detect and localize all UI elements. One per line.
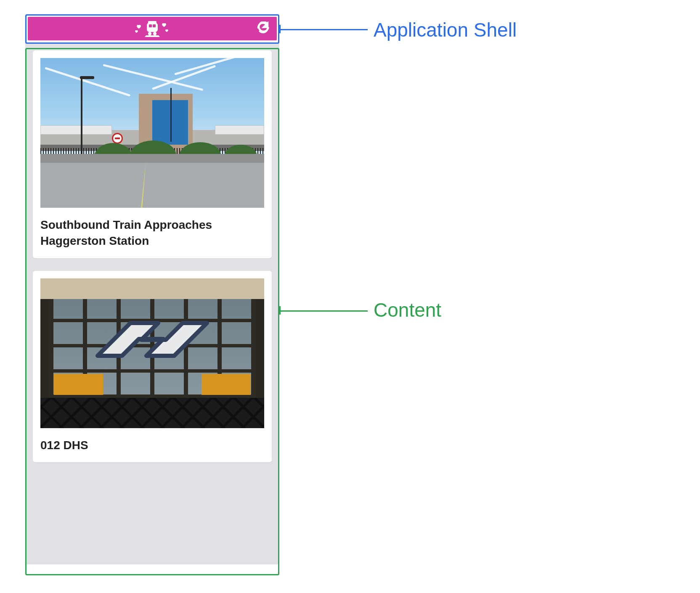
content-area: Southbound Train Approaches Haggerston S… [25,43,279,564]
svg-rect-0 [147,23,158,32]
shell-label: Application Shell [374,19,517,41]
svg-rect-3 [153,24,156,27]
card-image [40,58,264,208]
card[interactable]: Southbound Train Approaches Haggerston S… [33,50,272,258]
shell-connector-tick [279,25,281,33]
refresh-icon[interactable] [257,21,269,36]
app-mock: Southbound Train Approaches Haggerston S… [25,14,279,564]
content-connector [279,310,368,312]
card-title: Southbound Train Approaches Haggerston S… [40,217,264,249]
content-label: Content [374,299,441,321]
svg-point-5 [153,32,156,35]
shell-connector [279,29,368,30]
card[interactable]: 012 DHS [33,271,272,463]
svg-rect-2 [149,24,152,27]
app-header [28,17,277,40]
content-connector-tick [279,306,281,315]
train-hearts-icon [134,20,170,37]
card-image [40,278,264,428]
card-title: 012 DHS [40,437,264,453]
svg-rect-1 [148,21,156,24]
ns-logo-icon [89,319,215,375]
svg-point-4 [148,32,151,35]
